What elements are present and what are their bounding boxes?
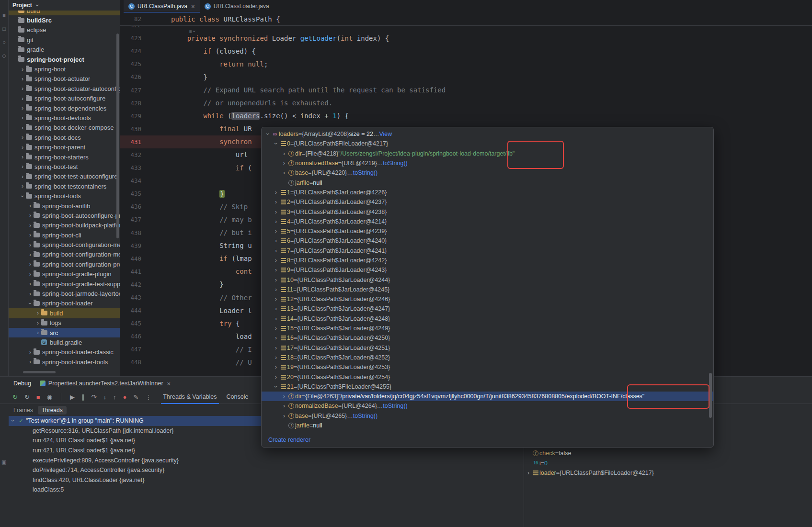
- chevron-right-icon[interactable]: [525, 470, 532, 476]
- step-over-icon[interactable]: ↷: [91, 394, 97, 400]
- variable-row[interactable]: 6 = {URLClassPath$JarLoader@4240}: [262, 236, 713, 246]
- project-tree-item[interactable]: build: [9, 308, 120, 318]
- inline-link[interactable]: toString(): [383, 160, 407, 167]
- chevron-right-icon[interactable]: [27, 349, 34, 356]
- project-tree-item[interactable]: spring-boot-loader-tools: [9, 357, 120, 367]
- variable-row[interactable]: 8 = {URLClassPath$JarLoader@4242}: [262, 256, 713, 265]
- inline-link[interactable]: toString(): [353, 413, 377, 419]
- chevron-right-icon[interactable]: [273, 354, 279, 361]
- project-tree-item[interactable]: logs: [9, 318, 120, 328]
- chevron-down-icon[interactable]: [273, 140, 279, 147]
- line-number[interactable]: 426: [120, 73, 141, 80]
- variable-row[interactable]: loader = {URLClassPath$FileLoader@4217}: [524, 468, 812, 478]
- project-tree-item[interactable]: spring-boot-project: [9, 55, 120, 64]
- project-tree-item[interactable]: spring-boot-buildpack-platform: [9, 221, 120, 230]
- project-tree-item[interactable]: spring-boot-devtools: [9, 113, 120, 123]
- chevron-right-icon[interactable]: [281, 393, 287, 400]
- chevron-right-icon[interactable]: [19, 114, 26, 121]
- project-tree-item[interactable]: buildSrc: [9, 15, 120, 25]
- chevron-right-icon[interactable]: [273, 209, 279, 215]
- line-number[interactable]: 423: [120, 34, 141, 42]
- editor-tab[interactable]: URLClassLoader.java: [200, 0, 274, 12]
- project-tree-item[interactable]: spring-boot-configuration-metadata-chang…: [9, 250, 120, 259]
- chevron-right-icon[interactable]: [281, 403, 287, 409]
- line-number[interactable]: 448: [120, 359, 141, 366]
- line-number[interactable]: 445: [120, 320, 141, 327]
- chevron-right-icon[interactable]: [19, 105, 26, 112]
- line-number[interactable]: 438: [120, 229, 141, 236]
- line-number[interactable]: 424: [120, 47, 141, 55]
- chevron-right-icon[interactable]: [19, 173, 26, 180]
- chevron-right-icon[interactable]: [273, 237, 279, 244]
- close-session-icon[interactable]: [167, 380, 171, 387]
- variable-row[interactable]: 9 = {URLClassPath$JarLoader@4243}: [262, 265, 713, 275]
- chevron-right-icon[interactable]: [27, 271, 34, 278]
- chevron-right-icon[interactable]: [19, 154, 26, 160]
- inline-link[interactable]: toString(): [383, 403, 407, 409]
- debug-stripe-icon[interactable]: [1, 459, 6, 465]
- chevron-right-icon[interactable]: [19, 95, 26, 102]
- chevron-right-icon[interactable]: [27, 222, 34, 229]
- chevron-down-icon[interactable]: [273, 383, 279, 390]
- chevron-right-icon[interactable]: [27, 261, 34, 268]
- line-number[interactable]: 434: [120, 177, 141, 184]
- chevron-right-icon[interactable]: [27, 359, 34, 365]
- chevron-right-icon[interactable]: [27, 232, 34, 238]
- project-panel-header[interactable]: Project: [9, 0, 120, 11]
- line-number[interactable]: 422: [120, 25, 141, 29]
- variable-row[interactable]: base = {URL@4220} … toString(): [262, 168, 713, 178]
- pause-icon[interactable]: ∥: [81, 394, 85, 400]
- chevron-right-icon[interactable]: [19, 134, 26, 141]
- chevron-right-icon[interactable]: [19, 163, 26, 170]
- stack-frame[interactable]: doPrivileged:714, AccessController {java…: [9, 465, 524, 475]
- project-tree-item[interactable]: spring-boot-actuator-autoconfigure: [9, 84, 120, 93]
- chevron-right-icon[interactable]: [273, 315, 279, 322]
- variable-row[interactable]: 7 = {URLClassPath$JarLoader@4241}: [262, 246, 713, 256]
- project-tree-item[interactable]: spring-boot-actuator: [9, 74, 120, 84]
- variable-row[interactable]: 14 = {URLClassPath$JarLoader@4248}: [262, 314, 713, 324]
- chevron-right-icon[interactable]: [273, 335, 279, 341]
- chevron-right-icon[interactable]: [273, 374, 279, 381]
- chevron-right-icon[interactable]: [281, 413, 287, 419]
- chevron-right-icon[interactable]: [273, 325, 279, 332]
- chevron-right-icon[interactable]: [273, 247, 279, 254]
- chevron-right-icon[interactable]: [273, 228, 279, 235]
- line-number[interactable]: 425: [120, 60, 141, 67]
- project-tree-item[interactable]: spring-boot-starters: [9, 152, 120, 162]
- chevron-right-icon[interactable]: [19, 66, 26, 73]
- chevron-right-icon[interactable]: [19, 76, 26, 82]
- project-tree-item[interactable]: spring-boot-parent: [9, 142, 120, 152]
- line-number[interactable]: 430: [120, 125, 141, 133]
- step-out-icon[interactable]: ↑: [113, 394, 116, 400]
- chevron-right-icon[interactable]: [273, 267, 279, 273]
- debug-view-tab[interactable]: Console: [222, 390, 253, 404]
- project-tree-item[interactable]: spring-boot-test-autoconfigure: [9, 172, 120, 181]
- chevron-right-icon[interactable]: [273, 286, 279, 293]
- resume-icon[interactable]: ▶: [70, 394, 75, 400]
- variable-row[interactable]: 2 = {URLClassPath$JarLoader@4237}: [262, 197, 713, 207]
- variable-row[interactable]: 1 = {URLClassPath$JarLoader@4226}: [262, 188, 713, 197]
- project-vertical-scrollbar[interactable]: [116, 34, 119, 238]
- chevron-right-icon[interactable]: [273, 218, 279, 225]
- chevron-right-icon[interactable]: [273, 189, 279, 196]
- debug-session-tab[interactable]: PropertiesLauncherTests2.testJarWithInne…: [40, 380, 171, 387]
- variable-row[interactable]: 12 = {URLClassPath$JarLoader@4246}: [262, 294, 713, 304]
- debug-view-tab[interactable]: Threads & Variables: [158, 390, 221, 404]
- chevron-right-icon[interactable]: [273, 277, 279, 283]
- chevron-right-icon[interactable]: [273, 296, 279, 303]
- line-number[interactable]: 444: [120, 307, 141, 314]
- project-tree-item[interactable]: spring-boot-gradle-plugin: [9, 269, 120, 279]
- chevron-right-icon[interactable]: [19, 183, 26, 190]
- variable-row[interactable]: 3 = {URLClassPath$JarLoader@4238}: [262, 207, 713, 216]
- project-tree-item[interactable]: spring-boot-jarmode-layertools: [9, 289, 120, 298]
- chevron-right-icon[interactable]: [27, 251, 34, 258]
- variable-row[interactable]: 15 = {URLClassPath$JarLoader@4249}: [262, 324, 713, 333]
- variable-row[interactable]: 0 = {URLClassPath$FileLoader@4217}: [262, 139, 713, 148]
- structure-stripe-icon[interactable]: ○: [2, 39, 6, 45]
- project-tree-item[interactable]: spring-boot-dependencies: [9, 103, 120, 113]
- chevron-right-icon[interactable]: [27, 212, 34, 219]
- chevron-right-icon[interactable]: [27, 202, 34, 209]
- project-tree-item[interactable]: git: [9, 35, 120, 45]
- variable-row[interactable]: 16 = {URLClassPath$JarLoader@4250}: [262, 333, 713, 343]
- chevron-right-icon[interactable]: [273, 364, 279, 370]
